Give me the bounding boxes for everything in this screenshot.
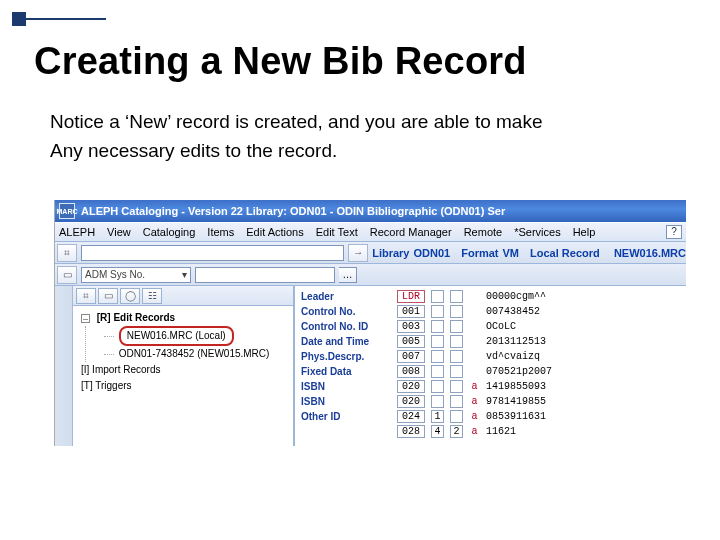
info-format-label: Format bbox=[461, 247, 498, 259]
menu-remote[interactable]: Remote bbox=[464, 226, 503, 238]
field-indicator-2[interactable] bbox=[450, 290, 463, 303]
titlebar: MARC ALEPH Cataloging - Version 22 Libra… bbox=[55, 200, 686, 222]
field-indicator-2[interactable] bbox=[450, 350, 463, 363]
marc-field-row[interactable]: Phys.Descrp.007vd^cvaizq bbox=[295, 349, 686, 364]
chevron-down-icon: ▾ bbox=[182, 269, 187, 280]
record-icon[interactable]: ▭ bbox=[57, 266, 77, 284]
field-tag[interactable]: 001 bbox=[397, 305, 425, 318]
menu-services[interactable]: *Services bbox=[514, 226, 560, 238]
field-indicator-1[interactable] bbox=[431, 335, 444, 348]
tree-triggers-label: [T] Triggers bbox=[81, 380, 132, 391]
sidebar-tab-4[interactable]: ☷ bbox=[142, 288, 162, 304]
sidebar-tab-3[interactable]: ◯ bbox=[120, 288, 140, 304]
field-indicator-1[interactable]: 4 bbox=[431, 425, 444, 438]
search-type-combo[interactable]: ADM Sys No. ▾ bbox=[81, 267, 191, 283]
field-value[interactable]: vd^cvaizq bbox=[486, 351, 540, 362]
field-indicator-1[interactable] bbox=[431, 350, 444, 363]
field-subfield[interactable] bbox=[469, 320, 480, 333]
info-format-value: VM bbox=[503, 247, 520, 259]
marc-field-row[interactable]: LeaderLDR00000cgm^^ bbox=[295, 289, 686, 304]
keypad-icon[interactable]: ⌗ bbox=[57, 244, 77, 262]
field-subfield[interactable]: a bbox=[469, 395, 480, 408]
field-indicator-2[interactable] bbox=[450, 320, 463, 333]
sidebar: ⌗ ▭ ◯ ☷ – [R] Edit Records NEW016.MRC (L… bbox=[73, 286, 295, 446]
field-indicator-1[interactable] bbox=[431, 395, 444, 408]
sidebar-tab-2[interactable]: ▭ bbox=[98, 288, 118, 304]
field-subfield[interactable]: a bbox=[469, 410, 480, 423]
field-indicator-1[interactable] bbox=[431, 320, 444, 333]
menu-items[interactable]: Items bbox=[207, 226, 234, 238]
menu-cataloging[interactable]: Cataloging bbox=[143, 226, 196, 238]
field-indicator-1[interactable] bbox=[431, 380, 444, 393]
field-label: ISBN bbox=[301, 381, 391, 392]
field-subfield[interactable] bbox=[469, 350, 480, 363]
sidebar-tab-1[interactable]: ⌗ bbox=[76, 288, 96, 304]
field-indicator-1[interactable] bbox=[431, 305, 444, 318]
browse-button[interactable]: … bbox=[339, 267, 357, 283]
menu-edit-actions[interactable]: Edit Actions bbox=[246, 226, 303, 238]
marc-field-row[interactable]: Date and Time0052013112513 bbox=[295, 334, 686, 349]
field-indicator-2[interactable] bbox=[450, 335, 463, 348]
field-indicator-1[interactable] bbox=[431, 365, 444, 378]
field-indicator-2[interactable] bbox=[450, 410, 463, 423]
menu-edit-text[interactable]: Edit Text bbox=[316, 226, 358, 238]
field-indicator-2[interactable] bbox=[450, 395, 463, 408]
field-tag[interactable]: 005 bbox=[397, 335, 425, 348]
field-value[interactable]: 007438452 bbox=[486, 306, 540, 317]
tree-item-odn01[interactable]: ODN01-7438452 (NEW015.MRC) bbox=[104, 346, 289, 362]
field-value[interactable]: 9781419855 bbox=[486, 396, 546, 407]
collapse-icon[interactable]: – bbox=[81, 314, 90, 323]
marc-editor[interactable]: LeaderLDR00000cgm^^Control No.0010074384… bbox=[295, 286, 686, 446]
field-tag[interactable]: 007 bbox=[397, 350, 425, 363]
menu-help[interactable]: Help bbox=[573, 226, 596, 238]
quick-search-input[interactable] bbox=[81, 245, 344, 261]
field-subfield[interactable] bbox=[469, 290, 480, 303]
go-arrow-icon[interactable]: → bbox=[348, 244, 368, 262]
field-value[interactable]: 2013112513 bbox=[486, 336, 546, 347]
field-indicator-2[interactable] bbox=[450, 365, 463, 378]
field-indicator-1[interactable] bbox=[431, 290, 444, 303]
info-file: NEW016.MRC bbox=[614, 247, 686, 259]
field-subfield[interactable] bbox=[469, 335, 480, 348]
field-tag[interactable]: 024 bbox=[397, 410, 425, 423]
field-value[interactable]: OCoLC bbox=[486, 321, 516, 332]
marc-field-row[interactable]: Control No.001007438452 bbox=[295, 304, 686, 319]
field-tag[interactable]: 020 bbox=[397, 395, 425, 408]
marc-field-row[interactable]: Fixed Data008070521p2007 bbox=[295, 364, 686, 379]
field-indicator-2[interactable]: 2 bbox=[450, 425, 463, 438]
field-value[interactable]: 1419855093 bbox=[486, 381, 546, 392]
tree-edit-records[interactable]: – [R] Edit Records bbox=[81, 310, 289, 326]
tree-item-new016[interactable]: NEW016.MRC (Local) bbox=[104, 326, 289, 346]
field-subfield[interactable] bbox=[469, 305, 480, 318]
field-subfield[interactable] bbox=[469, 365, 480, 378]
marc-field-row[interactable]: Control No. ID003OCoLC bbox=[295, 319, 686, 334]
menu-record-manager[interactable]: Record Manager bbox=[370, 226, 452, 238]
tree-triggers[interactable]: [T] Triggers bbox=[81, 378, 289, 394]
field-tag[interactable]: 008 bbox=[397, 365, 425, 378]
field-tag[interactable]: 028 bbox=[397, 425, 425, 438]
field-tag[interactable]: 003 bbox=[397, 320, 425, 333]
field-indicator-2[interactable] bbox=[450, 305, 463, 318]
field-indicator-2[interactable] bbox=[450, 380, 463, 393]
field-value[interactable]: 11621 bbox=[486, 426, 516, 437]
tree-edit-records-label: [R] Edit Records bbox=[97, 312, 175, 323]
tree-import-label: [I] Import Records bbox=[81, 364, 160, 375]
menu-view[interactable]: View bbox=[107, 226, 131, 238]
record-tree: – [R] Edit Records NEW016.MRC (Local) OD… bbox=[73, 306, 293, 446]
field-tag[interactable]: 020 bbox=[397, 380, 425, 393]
menu-aleph[interactable]: ALEPH bbox=[59, 226, 95, 238]
field-value[interactable]: 0853911631 bbox=[486, 411, 546, 422]
field-subfield[interactable]: a bbox=[469, 380, 480, 393]
field-subfield[interactable]: a bbox=[469, 425, 480, 438]
marc-field-row[interactable]: ISBN020a1419855093 bbox=[295, 379, 686, 394]
field-value[interactable]: 00000cgm^^ bbox=[486, 291, 546, 302]
marc-field-row[interactable]: ISBN020a9781419855 bbox=[295, 394, 686, 409]
field-indicator-1[interactable]: 1 bbox=[431, 410, 444, 423]
field-value[interactable]: 070521p2007 bbox=[486, 366, 552, 377]
marc-field-row[interactable]: 02842a11621 bbox=[295, 424, 686, 439]
tree-import-records[interactable]: [I] Import Records bbox=[81, 362, 289, 378]
help-search-icon[interactable]: ? bbox=[666, 225, 682, 239]
search-value-input[interactable] bbox=[195, 267, 335, 283]
marc-field-row[interactable]: Other ID0241a0853911631 bbox=[295, 409, 686, 424]
field-tag[interactable]: LDR bbox=[397, 290, 425, 303]
